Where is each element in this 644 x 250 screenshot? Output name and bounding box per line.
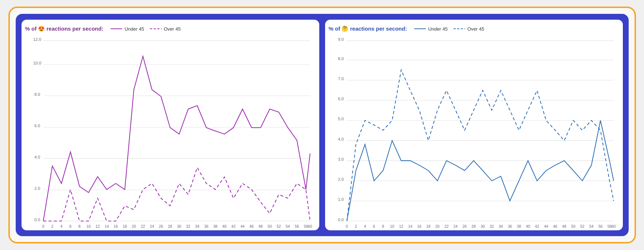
svg-text:4: 4 [60, 224, 62, 228]
svg-text:60: 60 [308, 224, 312, 228]
inner-container: % of 😍 reactions per second: Under 45 Ov… [16, 14, 629, 236]
svg-text:6: 6 [69, 224, 72, 228]
svg-text:50: 50 [267, 224, 272, 228]
svg-text:2: 2 [51, 224, 53, 228]
svg-text:54: 54 [589, 224, 594, 228]
svg-text:60: 60 [612, 224, 616, 228]
legend-line-dashed-2 [454, 28, 465, 29]
svg-text:10: 10 [390, 224, 394, 228]
legend-line-solid-2 [414, 28, 426, 29]
svg-text:34: 34 [195, 224, 199, 228]
svg-text:4.0: 4.0 [34, 155, 40, 159]
svg-text:40: 40 [222, 224, 227, 228]
svg-text:30: 30 [177, 224, 181, 228]
chart-title-2: % of 🤔 reactions per second: [329, 26, 407, 32]
svg-text:0: 0 [346, 224, 348, 228]
svg-text:40: 40 [526, 224, 530, 228]
svg-text:20: 20 [132, 224, 136, 228]
svg-text:42: 42 [231, 224, 236, 228]
svg-text:6.0: 6.0 [34, 124, 40, 128]
outer-border: % of 😍 reactions per second: Under 45 Ov… [8, 7, 636, 243]
svg-text:32: 32 [186, 224, 190, 228]
svg-text:16: 16 [417, 224, 421, 228]
legend-line-dashed-1 [150, 28, 162, 29]
svg-text:48: 48 [258, 224, 263, 228]
svg-text:26: 26 [462, 224, 467, 228]
svg-text:1.0: 1.0 [338, 197, 344, 202]
legend-1: Under 45 Over 45 [111, 26, 181, 32]
svg-text:36: 36 [508, 224, 512, 228]
svg-text:10.0: 10.0 [33, 61, 41, 65]
svg-text:8.0: 8.0 [34, 92, 40, 97]
svg-text:20: 20 [435, 224, 440, 228]
svg-text:7.0: 7.0 [338, 77, 344, 81]
svg-text:28: 28 [168, 224, 172, 228]
svg-text:10: 10 [86, 224, 90, 228]
svg-text:54: 54 [286, 224, 290, 228]
svg-text:26: 26 [159, 224, 163, 228]
svg-text:8: 8 [382, 224, 384, 228]
svg-text:3.0: 3.0 [338, 157, 344, 161]
svg-text:52: 52 [580, 224, 585, 228]
svg-text:52: 52 [277, 224, 281, 228]
svg-text:12.0: 12.0 [33, 37, 41, 42]
svg-text:24: 24 [150, 224, 154, 228]
svg-text:46: 46 [553, 224, 557, 228]
svg-text:2.0: 2.0 [338, 177, 344, 181]
svg-text:12: 12 [95, 224, 100, 228]
svg-text:36: 36 [204, 224, 208, 228]
legend-2: Under 45 Over 45 [414, 26, 484, 32]
chart-card-1: % of 😍 reactions per second: Under 45 Ov… [22, 20, 319, 230]
chart-card-2: % of 🤔 reactions per second: Under 45 Ov… [325, 20, 623, 230]
svg-text:6: 6 [373, 224, 375, 228]
svg-text:4: 4 [364, 224, 366, 228]
legend-label-over45-1: Over 45 [164, 26, 181, 32]
svg-text:4.0: 4.0 [338, 137, 344, 141]
svg-text:56: 56 [598, 224, 602, 228]
legend-item-under45-2: Under 45 [414, 26, 447, 32]
svg-text:58: 58 [607, 224, 612, 228]
svg-text:6.0: 6.0 [338, 97, 344, 101]
svg-text:56: 56 [294, 224, 299, 228]
over45-line-2 [347, 70, 613, 221]
over45-line-1 [43, 168, 310, 221]
svg-text:5.0: 5.0 [338, 117, 344, 121]
chart-svg-1: 0.0 2.0 4.0 6.0 8.0 10.0 12.0 [25, 35, 312, 233]
chart-svg-2: 0.0 1.0 2.0 3.0 4.0 5.0 6.0 7.0 8.0 9.0 [329, 35, 616, 233]
svg-text:28: 28 [471, 224, 476, 228]
legend-item-over45-1: Over 45 [150, 26, 181, 32]
svg-text:0: 0 [42, 224, 44, 228]
svg-text:46: 46 [249, 224, 254, 228]
svg-text:9.0: 9.0 [338, 37, 344, 42]
svg-text:18: 18 [426, 224, 431, 228]
svg-text:58: 58 [304, 224, 308, 228]
svg-text:24: 24 [453, 224, 458, 228]
svg-text:38: 38 [517, 224, 521, 228]
chart-header-2: % of 🤔 reactions per second: Under 45 Ov… [329, 26, 616, 32]
svg-text:8.0: 8.0 [338, 56, 344, 61]
svg-text:48: 48 [562, 224, 566, 228]
chart-area-2: 0.0 1.0 2.0 3.0 4.0 5.0 6.0 7.0 8.0 9.0 [329, 35, 616, 233]
svg-text:0.0: 0.0 [34, 217, 40, 222]
svg-text:38: 38 [213, 224, 217, 228]
svg-text:0.0: 0.0 [338, 217, 344, 222]
svg-text:2.0: 2.0 [34, 186, 40, 191]
svg-text:22: 22 [140, 224, 145, 228]
svg-text:12: 12 [399, 224, 403, 228]
svg-text:42: 42 [535, 224, 539, 228]
svg-text:32: 32 [490, 224, 494, 228]
svg-text:44: 44 [240, 224, 244, 228]
chart-title-1: % of 😍 reactions per second: [25, 26, 104, 32]
chart-area-1: 0.0 2.0 4.0 6.0 8.0 10.0 12.0 [25, 35, 312, 233]
svg-text:14: 14 [408, 224, 412, 228]
svg-text:30: 30 [481, 224, 485, 228]
legend-item-over45-2: Over 45 [454, 26, 484, 32]
svg-text:34: 34 [498, 224, 503, 228]
legend-line-solid-1 [111, 28, 122, 29]
legend-item-under45-1: Under 45 [111, 26, 144, 32]
under45-line-2 [347, 120, 613, 221]
svg-text:18: 18 [123, 224, 127, 228]
legend-label-over45-2: Over 45 [467, 26, 484, 32]
svg-text:2: 2 [355, 224, 357, 228]
svg-text:44: 44 [544, 224, 548, 228]
